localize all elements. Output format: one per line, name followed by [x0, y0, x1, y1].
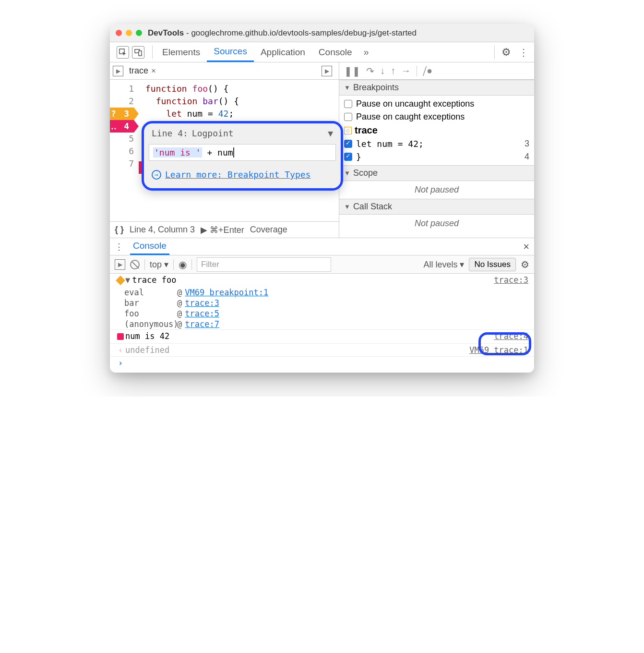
logpoint-icon	[117, 333, 124, 340]
chevron-down-icon[interactable]: ▼	[328, 128, 333, 138]
file-tab-label: trace	[129, 66, 148, 76]
step-over-button[interactable]: ↷	[366, 65, 374, 77]
scope-not-paused: Not paused	[339, 181, 534, 199]
devtools-window: DevTools - googlechrome.github.io/devtoo…	[110, 24, 534, 373]
logpoint-marker-line-4[interactable]: ‥4	[110, 120, 134, 133]
console-return-row: ‹ undefined VM59 trace:1	[110, 343, 534, 356]
issues-button[interactable]: No Issues	[469, 258, 516, 271]
coverage-button[interactable]: Coverage	[250, 225, 287, 235]
close-tab-icon[interactable]: ×	[151, 66, 156, 76]
console-log-row[interactable]: num is 42 trace:4	[110, 329, 534, 343]
svg-rect-2	[139, 51, 142, 56]
inspect-icon[interactable]	[117, 46, 129, 59]
cursor-position: Line 4, Column 3	[130, 225, 195, 235]
step-out-button[interactable]: ↑	[391, 65, 395, 76]
checkbox-icon[interactable]	[344, 113, 352, 121]
titlebar: DevTools - googlechrome.github.io/devtoo…	[110, 24, 534, 42]
breakpoint-row[interactable]: let num = 42; 3	[339, 137, 534, 150]
editor-statusbar: { } Line 4, Column 3 ▶ ⌘+Enter Coverage	[110, 221, 339, 238]
minimize-icon[interactable]	[126, 30, 132, 36]
checkbox-icon[interactable]	[344, 153, 352, 161]
drawer-tabbar: ⋮ Console ×	[110, 238, 534, 255]
chevron-down-icon: ▼	[344, 203, 350, 210]
checkbox-icon[interactable]	[344, 140, 352, 148]
chevron-down-icon: ▼	[344, 84, 350, 91]
breakpoint-marker-line-3[interactable]: ?3	[110, 108, 134, 120]
source-link[interactable]: VM59 trace:1	[469, 345, 528, 355]
stack-frame[interactable]: eval@VM69 breakpoint:1	[124, 287, 534, 298]
execution-context-select[interactable]: top ▾	[150, 259, 168, 270]
more-tabs-icon[interactable]: »	[359, 47, 374, 58]
file-tab-trace[interactable]: trace ×	[127, 66, 158, 76]
clear-console-icon[interactable]	[130, 260, 140, 269]
learn-more-link[interactable]: Learn more: Breakpoint Types	[165, 169, 310, 180]
callstack-not-paused: Not paused	[339, 215, 534, 232]
tab-console[interactable]: Console	[312, 42, 359, 62]
kebab-menu-icon[interactable]: ⋮	[515, 47, 532, 58]
chevron-down-icon: ▼	[344, 169, 350, 177]
device-toggle-icon[interactable]	[132, 46, 144, 59]
breakpoint-editor-popover: Line 4: Logpoint ▼ 'num is ' + num → Lea…	[142, 121, 343, 191]
console-settings-icon[interactable]: ⚙	[521, 259, 529, 270]
stack-frame[interactable]: (anonymous)@trace:7	[124, 319, 534, 329]
console-prompt[interactable]: ›	[110, 356, 534, 373]
editor-tabbar: ▶ trace × ▶	[110, 62, 339, 80]
pause-button[interactable]: ❚❚	[344, 65, 360, 77]
log-levels-select[interactable]: All levels ▾	[423, 259, 464, 270]
console-toolbar: ▶ top ▾ ◉ Filter All levels ▾ No Issues …	[110, 255, 534, 274]
step-into-button[interactable]: ↓	[380, 65, 385, 76]
run-snippet-hint: ▶ ⌘+Enter	[201, 225, 244, 235]
main-tab-strip: Elements Sources Application Console » ⚙…	[110, 42, 534, 62]
logpoint-expression-input[interactable]: 'num is ' + num	[149, 144, 336, 161]
tab-application[interactable]: Application	[254, 42, 312, 62]
drawer-menu-icon[interactable]: ⋮	[115, 242, 123, 252]
callstack-section-header[interactable]: ▼ Call Stack	[339, 199, 534, 215]
console-output: ▼ trace foo trace:3 eval@VM69 breakpoint…	[110, 274, 534, 373]
sources-editor-pane: ▶ trace × ▶ 1 2 ?3 ‥4 5 6 7	[110, 62, 339, 238]
breakpoint-row[interactable]: } 4	[339, 150, 534, 163]
breakpoints-section-header[interactable]: ▼ Breakpoints	[339, 80, 534, 96]
debugger-pane: ❚❚ ↷ ↓ ↑ → ⧸● ▼ Breakpoints Pause on unc…	[339, 62, 534, 238]
drawer-tab-console[interactable]: Console	[130, 238, 169, 255]
console-filter-input[interactable]: Filter	[197, 257, 331, 272]
window-title: DevTools - googlechrome.github.io/devtoo…	[148, 28, 417, 38]
deactivate-breakpoints-button[interactable]: ⧸●	[423, 65, 432, 76]
stack-frame[interactable]: bar@trace:3	[124, 298, 534, 308]
arrow-circle-icon: →	[152, 170, 161, 180]
live-expression-icon[interactable]: ◉	[179, 259, 187, 270]
popover-line-label: Line 4:	[152, 128, 188, 138]
source-link[interactable]: trace:4	[494, 331, 528, 341]
checkbox-icon[interactable]	[344, 100, 352, 108]
pretty-print-button[interactable]: { }	[115, 225, 124, 235]
stack-trace: eval@VM69 breakpoint:1 bar@trace:3 foo@t…	[110, 287, 534, 329]
pause-uncaught-checkbox[interactable]: Pause on uncaught exceptions	[339, 97, 534, 110]
tab-elements[interactable]: Elements	[155, 42, 207, 62]
breakpoint-type-select[interactable]: Logpoint	[192, 128, 328, 138]
breakpoint-file-group[interactable]: ◇ trace	[339, 123, 534, 137]
snippet-icon: ◇	[344, 127, 352, 134]
warn-icon	[116, 276, 125, 285]
navigator-toggle-icon[interactable]: ▶	[113, 66, 123, 76]
console-sidebar-toggle-icon[interactable]: ▶	[115, 259, 125, 270]
close-drawer-icon[interactable]: ×	[523, 241, 529, 253]
debugger-toggle-icon[interactable]: ▶	[322, 66, 332, 76]
window-controls	[116, 30, 142, 36]
scope-section-header[interactable]: ▼ Scope	[339, 165, 534, 181]
pause-caught-checkbox[interactable]: Pause on caught exceptions	[339, 110, 534, 123]
gear-icon[interactable]: ⚙	[498, 46, 515, 59]
tab-sources[interactable]: Sources	[207, 42, 254, 62]
close-icon[interactable]	[116, 30, 122, 36]
step-button[interactable]: →	[401, 65, 411, 76]
maximize-icon[interactable]	[136, 30, 142, 36]
debugger-toolbar: ❚❚ ↷ ↓ ↑ → ⧸●	[339, 62, 534, 80]
stack-frame[interactable]: foo@trace:5	[124, 308, 534, 319]
code-editor[interactable]: 1 2 ?3 ‥4 5 6 7 function foo() { functio…	[110, 80, 339, 221]
console-trace-row[interactable]: ▼ trace foo trace:3	[110, 274, 534, 287]
source-link[interactable]: trace:3	[494, 275, 528, 285]
gutter[interactable]: 1 2 ?3 ‥4 5 6 7	[110, 80, 139, 221]
